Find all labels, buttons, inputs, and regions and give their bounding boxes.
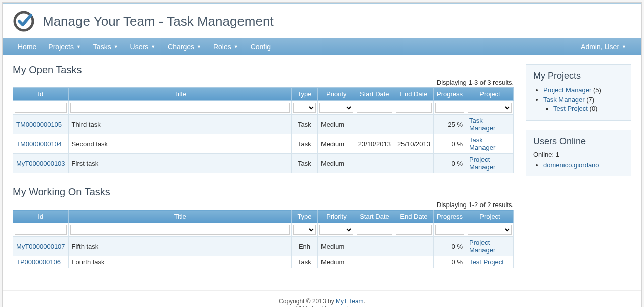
cell-type: Task [291,134,317,154]
working-tasks-table: Id Title Type Priority Start Date End Da… [13,210,514,268]
user-link[interactable]: domenico.giordano [543,161,599,169]
col-progress[interactable]: Progress [433,210,466,223]
filter-priority[interactable] [319,103,353,113]
cell-end: 25/10/2013 [394,134,433,154]
filter-title[interactable] [70,225,290,235]
col-title[interactable]: Title [68,210,291,223]
filter-row [13,223,514,237]
filter-project[interactable] [468,103,512,113]
task-id-link[interactable]: MyT0000000107 [16,243,65,250]
cell-start: 23/10/2013 [355,134,394,154]
nav-config[interactable]: Config [245,39,277,55]
project-link[interactable]: Project Manager [469,239,495,254]
cell-title: Second task [68,134,291,154]
working-tasks-title: My Working On Tasks [13,186,514,198]
cell-progress: 0 % [433,154,466,173]
table-row: TM0000000105Third taskTaskMedium25 %Task… [13,115,514,134]
col-priority[interactable]: Priority [317,88,355,101]
filter-end[interactable] [396,225,432,235]
cell-start [355,256,394,268]
filter-progress[interactable] [435,225,464,235]
project-link[interactable]: Test Project [469,258,504,266]
task-id-link[interactable]: TP0000000106 [16,258,61,266]
col-end[interactable]: End Date [394,88,433,101]
filter-progress[interactable] [435,103,464,113]
page-title: Manage Your Team - Task Management [43,14,274,29]
cell-type: Task [291,154,317,173]
cell-end [394,237,433,256]
caret-icon: ▼ [151,44,155,49]
cell-progress: 0 % [433,256,466,268]
cell-progress: 25 % [433,115,466,134]
filter-title[interactable] [70,103,290,113]
nav-users[interactable]: Users▼ [124,39,162,55]
project-link[interactable]: Task Manager [469,117,495,132]
open-tasks-title: My Open Tasks [13,64,514,76]
open-tasks-table: Id Title Type Priority Start Date End Da… [13,87,514,173]
filter-id[interactable] [15,225,67,235]
project-link[interactable]: Task Manager [543,96,585,104]
project-link[interactable]: Project Manager [469,156,495,171]
table-row: TP0000000106Fourth taskTaskMedium0 %Test… [13,256,514,268]
nav-tasks[interactable]: Tasks▼ [87,39,124,55]
col-project[interactable]: Project [466,210,514,223]
my-projects-title: My Projects [533,71,624,81]
cell-title: Third task [68,115,291,134]
project-item: Project Manager (5) [543,85,624,95]
nav-home[interactable]: Home [12,39,42,55]
footer: Copyright © 2013 by MyT Team. All Rights… [3,290,641,307]
nav-charges[interactable]: Charges▼ [162,39,207,55]
caret-icon: ▼ [622,44,626,49]
my-projects-panel: My Projects Project Manager (5) Task Man… [526,64,631,121]
nav-projects[interactable]: Projects▼ [42,39,87,55]
cell-type: Enh [291,237,317,256]
cell-title: First task [68,154,291,173]
col-id[interactable]: Id [13,210,69,223]
caret-icon: ▼ [76,44,81,49]
cell-priority: Medium [317,154,355,173]
caret-icon: ▼ [197,44,201,49]
col-project[interactable]: Project [466,88,514,101]
users-online-panel: Users Online Online: 1 domenico.giordano [526,130,631,176]
project-link[interactable]: Test Project [553,105,588,112]
task-id-link[interactable]: TM0000000104 [16,140,62,148]
col-id[interactable]: Id [13,88,69,101]
filter-id[interactable] [15,103,67,113]
col-end[interactable]: End Date [394,210,433,223]
cell-title: Fifth task [68,237,291,256]
filter-start[interactable] [357,225,392,235]
cell-start [355,154,394,173]
col-start[interactable]: Start Date [355,88,394,101]
task-id-link[interactable]: TM0000000105 [16,121,62,128]
col-type[interactable]: Type [291,210,317,223]
cell-progress: 0 % [433,237,466,256]
col-title[interactable]: Title [68,88,291,101]
cell-type: Task [291,256,317,268]
project-link[interactable]: Task Manager [469,136,495,151]
nav-roles[interactable]: Roles▼ [207,39,245,55]
col-type[interactable]: Type [291,88,317,101]
cell-end [394,115,433,134]
task-id-link[interactable]: MyT0000000103 [16,160,65,167]
col-start[interactable]: Start Date [355,210,394,223]
filter-type[interactable] [293,225,316,235]
filter-priority[interactable] [319,225,353,235]
filter-end[interactable] [396,103,432,113]
filter-type[interactable] [293,103,316,113]
team-link[interactable]: MyT Team [336,298,364,305]
nav-user-menu[interactable]: Admin, User▼ [575,39,632,55]
cell-start [355,115,394,134]
project-link[interactable]: Project Manager [543,86,591,94]
cell-end [394,256,433,268]
logo-icon [13,10,35,32]
filter-start[interactable] [357,103,392,113]
project-item: Test Project (0) [553,104,624,113]
cell-priority: Medium [317,237,355,256]
cell-type: Task [291,115,317,134]
col-progress[interactable]: Progress [433,88,466,101]
col-priority[interactable]: Priority [317,210,355,223]
cell-progress: 0 % [433,134,466,154]
open-result-count: Displaying 1-3 of 3 results. [13,79,514,86]
filter-project[interactable] [468,225,512,235]
filter-row [13,101,514,115]
